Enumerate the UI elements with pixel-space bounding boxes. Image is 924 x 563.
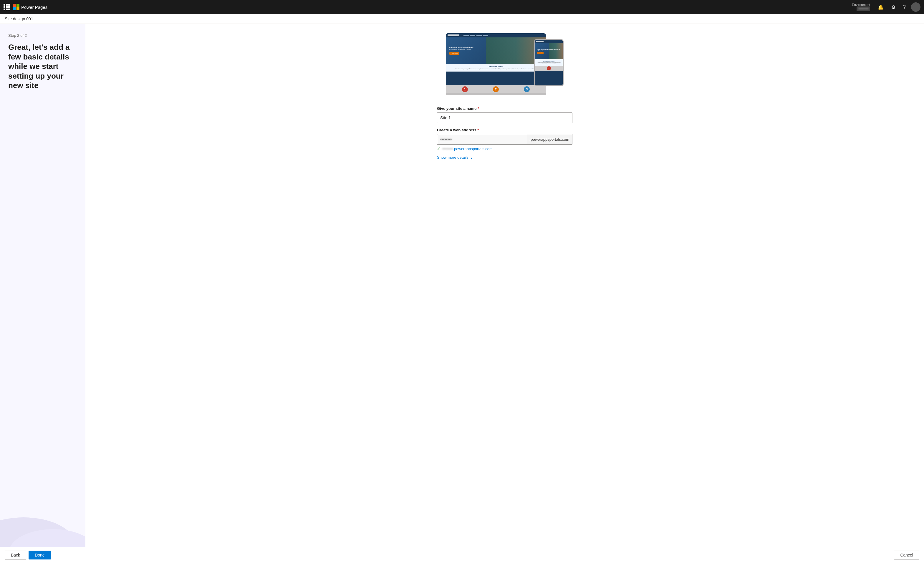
step-label: Step 2 of 2 [8,33,77,38]
phone-navbar [535,40,563,43]
settings-button[interactable]: ⚙ [889,3,898,12]
step-badges: 1 2 3 [446,85,546,93]
laptop-intro: Introduction section Create a short para… [446,64,546,72]
laptop-screen: Create an engaging headline, welcome, or… [446,33,546,85]
laptop-hero-title: Create an engaging headline, welcome, or… [449,47,479,51]
phone-step-badge-1: 1 [547,66,551,71]
laptop-navbar [446,33,546,38]
web-address-suffix: .powerappsportals.com [527,134,572,144]
form-area: Give your site a name * Create a web add… [437,106,572,167]
user-avatar[interactable] [911,2,921,12]
phone-hero: Create an engaging headline, welcome, or… [535,43,563,59]
web-address-required: * [477,128,479,132]
site-name-label: Give your site a name * [437,106,572,111]
microsoft-logo: Power Pages [13,4,47,10]
laptop-base [446,93,546,95]
page-title: Site design 001 [5,17,33,21]
phone-screen: Create an engaging headline, welcome, or… [535,40,563,86]
help-button[interactable]: ? [901,3,908,12]
step-badge-2: 2 [493,86,499,92]
phone-mockup: Create an engaging headline, welcome, or… [534,39,564,86]
laptop-nav-logo [448,35,459,36]
verify-checkmark-icon: ✓ [437,146,441,151]
phone-intro: Introduction section Create a short para… [535,59,563,66]
page-subheader: Site design 001 [0,14,924,24]
laptop-hero: Create an engaging headline, welcome, or… [446,38,546,64]
laptop-intro-text: Create a short paragraph that shows your… [449,68,542,70]
top-navigation: Power Pages Environment •••••••• 🔔 ⚙ ? [0,0,924,14]
laptop-hero-cta: Call to action [449,52,459,55]
site-name-required: * [478,106,479,111]
web-address-label: Create a web address * [437,128,572,132]
left-panel: Step 2 of 2 Great, let's add a few basic… [0,24,86,547]
show-more-details[interactable]: Show more details ∨ [437,155,572,159]
laptop-nav-links [464,35,488,36]
step-badge-1: 1 [462,86,468,92]
environment-name: •••••••• [856,6,870,11]
right-panel: Create an engaging headline, welcome, or… [86,24,924,547]
site-preview: Create an engaging headline, welcome, or… [446,33,564,98]
decorative-wave [0,488,86,547]
site-name-input[interactable] [437,113,572,123]
step-heading: Great, let's add a few basic details whi… [8,42,77,90]
laptop-mockup: Create an engaging headline, welcome, or… [446,33,546,95]
main-layout: Step 2 of 2 Great, let's add a few basic… [0,24,924,547]
done-button[interactable]: Done [28,551,51,560]
app-name: Power Pages [21,5,47,10]
environment-selector[interactable]: Environment •••••••• [852,3,870,11]
show-more-label: Show more details [437,155,468,159]
environment-label: Environment [852,3,870,6]
waffle-menu[interactable] [3,4,10,10]
web-address-group: .powerappsportals.com [437,134,572,144]
notification-button[interactable]: 🔔 [875,3,886,12]
footer: Back Done Cancel [0,547,924,563]
step-badge-3: 3 [524,86,530,92]
verify-link[interactable]: ••••••••.powerappsportals.com [442,147,493,151]
chevron-down-icon: ∨ [470,156,473,159]
web-address-verify: ✓ ••••••••.powerappsportals.com [437,146,572,151]
phone-step-badges: 1 [535,66,563,71]
back-button[interactable]: Back [5,551,26,560]
cancel-button[interactable]: Cancel [894,551,919,560]
laptop-intro-title: Introduction section [449,66,542,68]
